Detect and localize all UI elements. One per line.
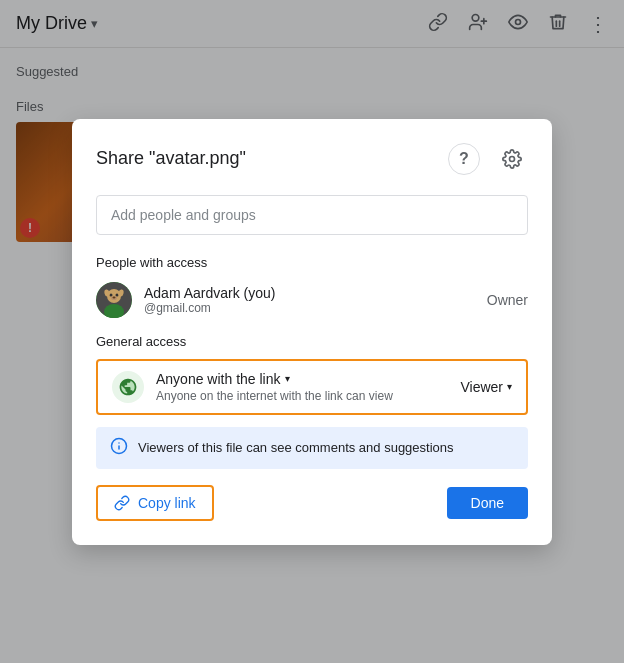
avatar — [96, 282, 132, 318]
access-desc: Anyone on the internet with the link can… — [156, 389, 448, 403]
dialog-footer: Copy link Done — [96, 485, 528, 521]
general-access-title: General access — [96, 334, 528, 349]
viewer-chevron: ▾ — [507, 381, 512, 392]
access-details: Anyone with the link ▾ Anyone on the int… — [156, 371, 448, 403]
person-row: Adam Aardvark (you) @gmail.com Owner — [96, 282, 528, 318]
person-info: Adam Aardvark (you) @gmail.com — [144, 285, 475, 315]
dialog-title: Share "avatar.png" — [96, 148, 246, 169]
dialog-header-icons: ? — [448, 143, 528, 175]
settings-icon-button[interactable] — [496, 143, 528, 175]
person-email: @gmail.com — [144, 301, 475, 315]
search-input-wrapper[interactable] — [96, 195, 528, 235]
info-banner-text: Viewers of this file can see comments an… — [138, 440, 454, 455]
help-icon-button[interactable]: ? — [448, 143, 480, 175]
access-type[interactable]: Anyone with the link ▾ — [156, 371, 448, 387]
dialog-header: Share "avatar.png" ? — [96, 143, 528, 175]
people-section-title: People with access — [96, 255, 528, 270]
person-role: Owner — [487, 292, 528, 308]
done-button[interactable]: Done — [447, 487, 528, 519]
modal-overlay: Share "avatar.png" ? People with access — [0, 0, 624, 663]
svg-point-8 — [110, 293, 113, 296]
access-row[interactable]: Anyone with the link ▾ Anyone on the int… — [96, 359, 528, 415]
svg-point-4 — [510, 156, 515, 161]
person-name: Adam Aardvark (you) — [144, 285, 475, 301]
copy-link-button[interactable]: Copy link — [96, 485, 214, 521]
svg-point-9 — [116, 293, 119, 296]
share-dialog: Share "avatar.png" ? People with access — [72, 119, 552, 545]
copy-link-icon — [114, 495, 130, 511]
access-viewer-selector[interactable]: Viewer ▾ — [460, 379, 512, 395]
access-type-chevron: ▾ — [285, 373, 290, 384]
add-people-input[interactable] — [111, 207, 513, 223]
svg-point-11 — [113, 296, 116, 298]
access-icon — [112, 371, 144, 403]
info-banner: Viewers of this file can see comments an… — [96, 427, 528, 469]
info-icon — [110, 437, 128, 459]
